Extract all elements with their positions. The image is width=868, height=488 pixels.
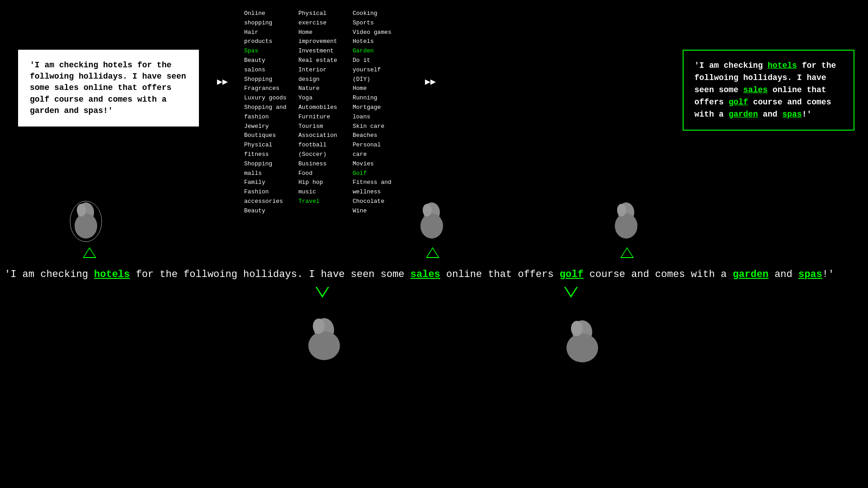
bs-garden: garden <box>733 269 769 280</box>
cat-hair-products: Hair products <box>244 28 289 47</box>
cat-association: Association <box>298 131 344 141</box>
cat-beaches: Beaches <box>353 131 398 141</box>
speech-right-golf: golf <box>729 98 748 107</box>
svg-point-15 <box>571 321 583 336</box>
arrow-forward-left: ▶▶ <box>217 76 228 87</box>
cat-interior: Interior <box>298 66 344 75</box>
statue-3 <box>606 199 646 246</box>
svg-point-6 <box>423 204 432 216</box>
cat-improvement: improvement <box>298 37 344 47</box>
cat-physical-ex2: exercise <box>298 19 344 28</box>
triangle-outline-inner-3 <box>622 249 632 257</box>
svg-point-11 <box>308 331 340 360</box>
triangle-outline-inner-2 <box>427 249 438 257</box>
cat-diy2: (DIY) <box>353 75 398 84</box>
cat-shopping: shopping <box>244 19 289 28</box>
svg-point-9 <box>617 204 626 216</box>
cat-video-games: Video games <box>353 28 398 38</box>
cat-golf: Golf <box>353 169 398 178</box>
cat-fitness: fitness <box>244 150 289 160</box>
cat-shopping-and: Shopping and <box>244 103 289 113</box>
speech-bubble-left-text: 'I am checking hotels for the follwoing … <box>30 61 186 115</box>
cat-fragrances: Fragrances <box>244 84 289 94</box>
cat-football: football <box>298 141 344 150</box>
speech-right-spas: spas <box>782 110 802 119</box>
cat-boutiques: Boutiques <box>244 131 289 141</box>
svg-point-8 <box>615 213 637 239</box>
cat-yoga: Yoga <box>298 94 344 103</box>
bs-sales: sales <box>410 269 440 280</box>
statue-lower-2 <box>560 314 605 366</box>
speech-right-garden: garden <box>729 110 758 119</box>
cat-personal-care: Personal care <box>353 141 398 160</box>
cat-luxury-goods: Luxury goods <box>244 94 289 103</box>
cat-jewelry: Jewelry <box>244 122 289 131</box>
speech-right-hotels: hotels <box>768 61 797 70</box>
cat-investment: Investment <box>298 47 344 56</box>
triangle-down-inner-2 <box>566 287 576 296</box>
speech-right-sales: sales <box>743 85 768 94</box>
cat-home: Home <box>298 28 344 38</box>
cat-home2: Home <box>353 84 398 94</box>
cat-fashion: fashion <box>244 113 289 122</box>
speech-bubble-right: 'I am checking hotels for the follwoing … <box>683 50 854 131</box>
top-section: 'I am checking hotels for the follwoing … <box>0 0 868 190</box>
cat-movies: Movies <box>353 160 398 169</box>
svg-point-2 <box>75 213 97 239</box>
bs-hotels: hotels <box>94 269 130 280</box>
cat-tourism: Tourism <box>298 122 344 131</box>
cat-business: Business <box>298 160 344 169</box>
cat-mortgage: Mortgage <box>353 103 398 113</box>
svg-point-12 <box>313 319 325 334</box>
cat-real-estate: Real estate <box>298 56 344 66</box>
cat-physical-ex1: Physical <box>298 9 344 19</box>
statue-1 <box>66 199 106 246</box>
cat-garden: Garden <box>353 47 398 56</box>
bs-golf: golf <box>560 269 584 280</box>
svg-point-5 <box>420 213 443 239</box>
cat-shopping-malls1: Shopping <box>244 160 289 169</box>
statue-2 <box>411 199 452 246</box>
statue-lower-1 <box>302 312 347 363</box>
speech-bubble-left: 'I am checking hotels for the follwoing … <box>18 50 199 127</box>
cat-nature: Nature <box>298 84 344 94</box>
cat-automobiles: Automobiles <box>298 103 344 113</box>
cat-design: design <box>298 75 344 84</box>
cat-cooking: Cooking <box>353 9 398 19</box>
cat-skin-care: Skin care <box>353 122 398 131</box>
bottom-sentence: 'I am checking hotels for the follwoing … <box>0 269 868 280</box>
cat-furniture: Furniture <box>298 113 344 122</box>
cat-online: Online <box>244 9 289 19</box>
triangle-down-inner-1 <box>317 287 328 296</box>
svg-point-3 <box>77 204 86 216</box>
cat-beauty-salons: Beauty salons <box>244 56 289 75</box>
cat-loans: loans <box>353 113 398 122</box>
cat-soccer: (Soccer) <box>298 150 344 160</box>
triangle-outline-inner-1 <box>84 249 95 257</box>
cat-hotels: Hotels <box>353 37 398 47</box>
cat-shopping2: Shopping <box>244 75 289 84</box>
cat-physical: Physical <box>244 141 289 150</box>
cat-sports: Sports <box>353 19 398 28</box>
cat-running: Running <box>353 94 398 103</box>
cat-diy1: Do it yourself <box>353 56 398 75</box>
bottom-section: 'I am checking hotels for the follwoing … <box>0 190 868 488</box>
svg-point-14 <box>566 333 598 362</box>
cat-shopping-malls2: malls <box>244 169 289 178</box>
arrow-forward-right: ▶▶ <box>425 76 436 87</box>
bs-spas: spas <box>798 269 822 280</box>
cat-food: Food <box>298 169 344 178</box>
cat-spas: Spas <box>244 47 289 56</box>
cat-family: Family <box>244 178 289 188</box>
cat-fitness-and: Fitness and <box>353 178 398 188</box>
